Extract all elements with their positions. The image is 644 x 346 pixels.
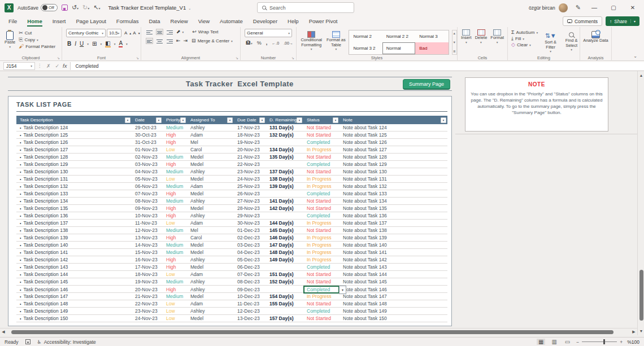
date-cell[interactable]: 16-Nov-23 — [132, 256, 163, 263]
underline-button[interactable]: U — [80, 41, 84, 47]
tab-power-pivot[interactable]: Power Pivot — [304, 16, 343, 27]
align-center-button[interactable] — [156, 38, 163, 44]
tab-view[interactable]: View — [193, 16, 215, 27]
priority-cell[interactable]: High — [163, 212, 187, 219]
date-cell[interactable]: 24-Nov-23 — [132, 315, 163, 322]
scroll-up-icon[interactable]: ▲ — [638, 73, 644, 77]
status-cell[interactable]: Completed▼ — [303, 286, 340, 294]
task-description-cell[interactable]: •Task Description 141 — [16, 249, 132, 256]
due-date-cell[interactable]: 07-Dec-23 — [234, 271, 266, 278]
insert-function-icon[interactable]: fx — [63, 63, 67, 69]
due-date-cell[interactable]: 08-Dec-23 — [234, 278, 266, 285]
task-description-cell[interactable]: •Task Description 138 — [16, 227, 132, 234]
date-cell[interactable]: 21-Nov-23 — [132, 293, 163, 300]
due-date-cell[interactable]: 12-Dec-23 — [234, 308, 266, 314]
priority-cell[interactable]: Low — [163, 315, 187, 322]
note-cell[interactable]: Note about Task 131 — [340, 176, 447, 182]
merge-dropdown-icon[interactable]: ▾ — [231, 40, 233, 43]
account-button[interactable]: özgür bircan — [529, 3, 568, 12]
task-description-cell[interactable]: •Task Description 143 — [16, 264, 132, 270]
due-date-cell[interactable]: 26-Nov-23 — [234, 190, 266, 197]
touch-mode-button[interactable]: ↖▾ — [93, 5, 100, 11]
assigned-to-cell[interactable]: Medel — [187, 264, 234, 270]
formula-bar-handle[interactable]: ⋮ — [37, 63, 42, 68]
status-cell[interactable]: Not Started — [303, 227, 340, 234]
summary-page-button[interactable]: Summary Page — [403, 79, 450, 90]
task-description-cell[interactable]: •Task Description 131 — [16, 176, 132, 182]
share-button[interactable]: ↑ Share ▾ — [606, 16, 639, 26]
collapse-ribbon-icon[interactable]: ⌄ — [633, 54, 637, 59]
assigned-to-cell[interactable]: Ashley — [187, 198, 234, 204]
avatar[interactable] — [559, 3, 568, 12]
zoom-thumb[interactable] — [603, 339, 605, 344]
task-description-cell[interactable]: •Task Description 126 — [16, 139, 132, 146]
note-cell[interactable]: Note about Task 127 — [340, 146, 447, 153]
assigned-to-cell[interactable]: Medel — [187, 190, 234, 197]
due-date-cell[interactable]: 19-Nov-23 — [234, 139, 266, 146]
date-cell[interactable]: 13-Nov-23 — [132, 234, 163, 241]
due-date-cell[interactable]: 09-Dec-23 — [234, 286, 266, 294]
percent-style-button[interactable]: % — [257, 40, 262, 46]
fill-button[interactable]: ⤓Fill▾ — [511, 36, 538, 41]
days-remaining-cell[interactable]: 147 Day(s) — [266, 242, 303, 248]
days-remaining-cell[interactable]: 134 Day(s) — [266, 146, 303, 153]
zoom-out-icon[interactable]: − — [576, 339, 579, 345]
dialog-launcher-icon[interactable]: ⇘ — [57, 56, 60, 60]
task-description-cell[interactable]: •Task Description 145 — [16, 278, 132, 285]
priority-cell[interactable]: High — [163, 256, 187, 263]
copy-dropdown-icon[interactable]: ▾ — [37, 38, 38, 42]
status-cell[interactable]: Not Started — [303, 315, 340, 322]
task-description-cell[interactable]: •Task Description 137 — [16, 220, 132, 226]
document-title[interactable]: Task Tracker Excel Template_V1⌄ — [108, 5, 192, 11]
vertical-scrollbar[interactable]: ▲ ▼ — [637, 71, 644, 335]
style-normal-3-2[interactable]: Normal 3 2 — [349, 42, 382, 54]
vertical-scroll-thumb[interactable] — [639, 270, 643, 321]
assigned-to-cell[interactable]: Ashley — [187, 168, 234, 175]
title-dropdown-icon[interactable]: ⌄ — [188, 7, 191, 10]
due-date-cell[interactable]: 22-Nov-23 — [234, 161, 266, 168]
date-cell[interactable]: 07-Nov-23 — [132, 190, 163, 197]
assigned-to-cell[interactable]: Ashley — [187, 124, 234, 131]
undo-button[interactable]: ↺▾ — [72, 5, 79, 11]
assigned-to-cell[interactable]: Ashley — [187, 308, 234, 314]
due-date-cell[interactable]: 06-Dec-23 — [234, 264, 266, 270]
days-remaining-cell[interactable]: 144 Day(s) — [266, 220, 303, 226]
increase-indent-button[interactable]: ⇥ — [184, 38, 188, 43]
date-cell[interactable]: 02-Nov-23 — [132, 154, 163, 160]
fill-color-button[interactable]: ◧ — [105, 40, 110, 47]
date-cell[interactable]: 30-Oct-23 — [132, 132, 163, 138]
assigned-to-cell[interactable]: Medel — [187, 154, 234, 160]
assigned-to-cell[interactable]: Medel — [187, 161, 234, 168]
decrease-font-button[interactable]: A▼ — [133, 30, 140, 36]
assigned-to-cell[interactable]: Adam — [187, 183, 234, 190]
date-cell[interactable]: 22-Nov-23 — [132, 300, 163, 307]
priority-cell[interactable]: Low — [163, 176, 187, 182]
date-cell[interactable]: 12-Nov-23 — [132, 227, 163, 234]
date-cell[interactable]: 14-Nov-23 — [132, 242, 163, 248]
style-normal-2-2[interactable]: Normal 2 2 — [382, 30, 415, 42]
assigned-to-cell[interactable]: Carol — [187, 234, 234, 241]
filter-button-status[interactable]: ▼ — [333, 117, 338, 123]
style-normal[interactable]: Normal — [382, 42, 415, 54]
task-description-cell[interactable]: •Task Description 136 — [16, 212, 132, 219]
status-cell[interactable]: Not Started — [303, 154, 340, 160]
date-cell[interactable]: 20-Nov-23 — [132, 286, 163, 294]
status-cell[interactable]: Completed — [303, 212, 340, 219]
gallery-scroll[interactable]: ▲ ▼ ≣ — [452, 30, 457, 55]
borders-dropdown-icon[interactable]: ▾ — [100, 42, 102, 46]
paste-dropdown-icon[interactable]: ▾ — [9, 45, 11, 49]
tab-help[interactable]: Help — [282, 16, 304, 27]
task-description-cell[interactable]: •Task Description 128 — [16, 154, 132, 160]
align-middle-button[interactable] — [156, 29, 163, 35]
priority-cell[interactable]: Medium — [163, 242, 187, 248]
gallery-more-icon[interactable]: ≣ — [453, 50, 456, 53]
macro-record-icon[interactable] — [25, 339, 31, 344]
assigned-to-cell[interactable]: Mel — [187, 139, 234, 146]
due-date-cell[interactable]: 30-Nov-23 — [234, 220, 266, 226]
status-cell[interactable]: In Progress — [303, 183, 340, 190]
task-description-cell[interactable]: •Task Description 133 — [16, 190, 132, 197]
align-bottom-button[interactable] — [166, 29, 173, 35]
increase-decimal-button[interactable]: ←.0 — [272, 41, 279, 45]
font-color-button[interactable]: A — [119, 40, 123, 47]
status-cell[interactable]: In Progress — [303, 176, 340, 182]
